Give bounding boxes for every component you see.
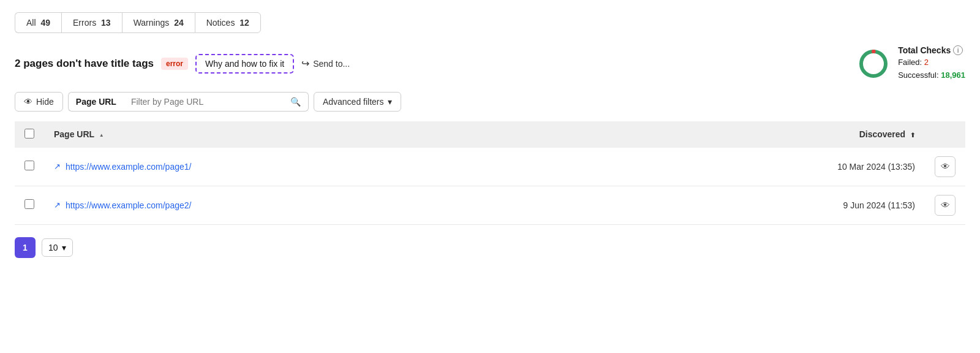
header-checkbox-cell	[15, 121, 44, 148]
advanced-filters-button[interactable]: Advanced filters ▾	[314, 92, 401, 112]
data-table: Page URL Discovered ⬆ ↗ https://www.exam…	[15, 121, 965, 225]
url-filter-group: Page URL 🔍	[68, 92, 309, 112]
checks-text: Failed: 2 Successful: 18,961	[898, 56, 965, 82]
search-button[interactable]: 🔍	[283, 92, 309, 112]
header-page-url[interactable]: Page URL	[44, 121, 790, 148]
row-eye-button[interactable]: 👁	[935, 195, 956, 216]
discovered-sort-icon: ⬆	[910, 132, 915, 139]
row-discovered-cell: 9 Jun 2024 (11:53)	[790, 186, 925, 224]
url-filter-input[interactable]	[124, 92, 283, 112]
row-checkbox-cell	[15, 186, 44, 224]
chevron-down-icon: ▾	[388, 97, 392, 107]
row-checkbox-1[interactable]	[24, 199, 34, 209]
row-eye-button[interactable]: 👁	[935, 156, 956, 177]
tab-errors[interactable]: Errors 13	[61, 12, 122, 33]
page-url-link[interactable]: https://www.example.com/page1/	[66, 162, 191, 172]
per-page-select[interactable]: 10 ▾	[42, 238, 73, 257]
table-header-row: Page URL Discovered ⬆	[15, 121, 965, 148]
total-checks-label: Total Checks i	[898, 45, 965, 55]
page-1-button[interactable]: 1	[15, 237, 36, 258]
send-button[interactable]: ↪ Send to...	[301, 58, 350, 69]
table-row: ↗ https://www.example.com/page1/ 10 Mar …	[15, 148, 965, 186]
chevron-down-icon: ▾	[62, 243, 66, 252]
total-checks-container: Total Checks i Failed: 2 Successful: 18,…	[858, 45, 965, 82]
header-discovered[interactable]: Discovered ⬆	[790, 121, 925, 148]
header-action	[925, 121, 965, 148]
page-url-filter-label: Page URL	[68, 92, 124, 112]
pagination: 1 10 ▾	[15, 237, 965, 258]
row-url-cell: ↗ https://www.example.com/page2/	[44, 186, 790, 224]
sort-icon	[99, 132, 104, 138]
tab-warnings[interactable]: Warnings 24	[122, 12, 195, 33]
tab-notices[interactable]: Notices 12	[195, 12, 261, 33]
row-action-cell: 👁	[925, 148, 965, 186]
info-icon[interactable]: i	[953, 45, 963, 55]
table-row: ↗ https://www.example.com/page2/ 9 Jun 2…	[15, 186, 965, 224]
hide-button[interactable]: 👁 Hide	[15, 92, 63, 112]
donut-chart	[858, 48, 889, 80]
row-discovered-cell: 10 Mar 2024 (13:35)	[790, 148, 925, 186]
tab-all[interactable]: All 49	[15, 12, 61, 33]
error-badge: error	[161, 58, 188, 70]
external-link-icon: ↗	[54, 200, 61, 210]
fix-button[interactable]: Why and how to fix it	[195, 54, 294, 74]
row-action-cell: 👁	[925, 186, 965, 224]
tab-bar: All 49 Errors 13 Warnings 24 Notices 12	[15, 12, 965, 33]
issue-title: 2 pages don't have title tags	[15, 58, 154, 70]
row-url-cell: ↗ https://www.example.com/page1/	[44, 148, 790, 186]
search-icon: 🔍	[290, 97, 301, 107]
send-icon: ↪	[301, 58, 309, 69]
row-checkbox-cell	[15, 148, 44, 186]
row-checkbox-0[interactable]	[24, 161, 34, 170]
filter-row: 👁 Hide Page URL 🔍 Advanced filters ▾	[15, 92, 965, 112]
page-url-link[interactable]: https://www.example.com/page2/	[66, 200, 191, 210]
svg-point-0	[861, 51, 886, 76]
eye-icon: 👁	[24, 97, 32, 107]
select-all-checkbox[interactable]	[24, 129, 34, 139]
issue-header: 2 pages don't have title tags error Why …	[15, 45, 965, 82]
external-link-icon: ↗	[54, 162, 61, 171]
